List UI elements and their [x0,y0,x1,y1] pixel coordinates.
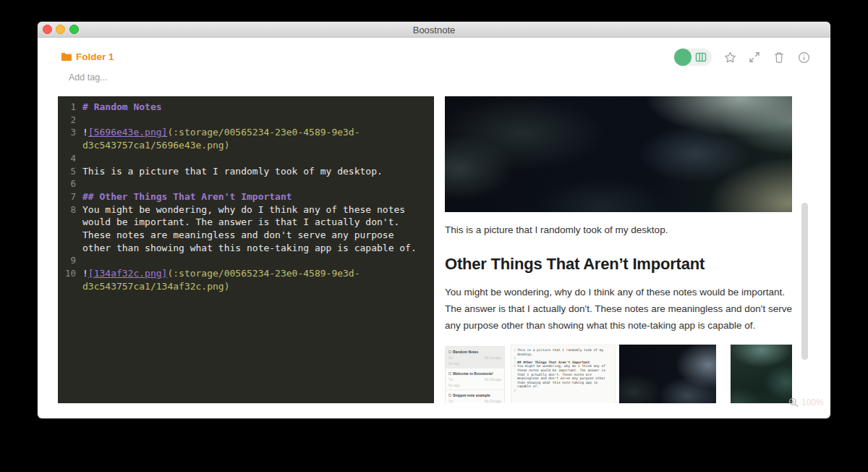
line-number: 7 [58,190,82,203]
editor-line: 1# Random Notes [58,101,434,114]
info-button[interactable] [797,51,810,64]
line-number: 6 [58,177,82,190]
preview-paragraph: This is a picture that I randomly took o… [445,224,792,236]
boostnote-window: Boostnote Folder 1 Add tag... [38,22,830,418]
line-number: 3 [58,126,82,151]
mini-editor: 5This is a picture that I randomly took … [511,345,616,403]
magnifier-plus-icon [788,397,799,408]
fullscreen-button[interactable] [748,51,761,64]
editor-line: 2 [58,114,434,127]
editor-line: 4 [58,152,434,165]
line-number: 10 [58,267,82,292]
tag-input[interactable]: Add tag... [69,72,108,83]
markdown-preview-pane[interactable]: This is a picture that I randomly took o… [445,96,792,403]
editor-line: 6 [58,177,434,190]
editor-line: 7## Other Things That Aren't Important [58,190,434,203]
line-number: 9 [58,254,82,267]
mini-note-list-item: Random Notes1mMy StorageNo tags [446,347,504,368]
folder-icon [61,52,72,62]
mini-note-list: Random Notes1mMy StorageNo tagsWelcome t… [445,346,505,403]
editor-line: 10![134af32c.png](:storage/00565234-23e0… [58,267,434,292]
preview-zoom-control[interactable]: 100% [788,397,824,408]
split-view-icon [695,51,707,63]
mini-note-list-item: Snippet note example7mMy Storage [446,390,504,403]
trash-button[interactable] [773,51,786,64]
folder-name-label: Folder 1 [76,51,114,62]
editor-line: 5This is a picture that I randomly took … [58,165,434,178]
star-button[interactable] [723,51,736,64]
view-mode-toggle[interactable] [674,49,712,66]
mini-note-icon [448,394,451,397]
mini-note-icon [448,372,451,375]
note-toolbar [674,47,810,67]
preview-paragraph: You might be wondering, why do I think a… [445,284,792,334]
toggle-knob-icon [674,49,692,66]
line-number: 8 [58,203,82,255]
mini-wallpaper-fragment-2 [731,345,792,403]
breadcrumb-folder[interactable]: Folder 1 [61,51,114,62]
editor-lines: 1# Random Notes2 3![5696e43e.png](:stora… [58,101,434,293]
preview-heading: Other Things That Aren’t Important [445,254,792,274]
line-number: 4 [58,152,82,165]
zoom-percentage-label: 100% [801,397,824,408]
editor-line: 9 [58,254,434,267]
editor-line: 3![5696e43e.png](:storage/00565234-23e0-… [58,126,434,151]
mini-note-list-item: Welcome to Boostnote!7mMy StorageNo tags [446,368,504,390]
mini-wallpaper-fragment-1 [619,345,716,403]
preview-scrollbar-thumb[interactable] [801,203,808,360]
markdown-editor-pane[interactable]: 1# Random Notes2 3![5696e43e.png](:stora… [58,96,434,403]
window-title: Boostnote [38,25,830,35]
mini-note-icon [448,350,451,353]
line-number: 1 [58,101,82,114]
desktop-background: Boostnote Folder 1 Add tag... [0,0,868,472]
embedded-image-134af32c: Random Notes1mMy StorageNo tagsWelcome t… [445,345,792,403]
embedded-image-5696e43e [445,96,792,212]
line-number: 5 [58,165,82,178]
editor-line: 8You might be wondering, why do I think … [58,203,434,255]
window-titlebar[interactable]: Boostnote [38,22,830,38]
line-number: 2 [58,114,82,127]
